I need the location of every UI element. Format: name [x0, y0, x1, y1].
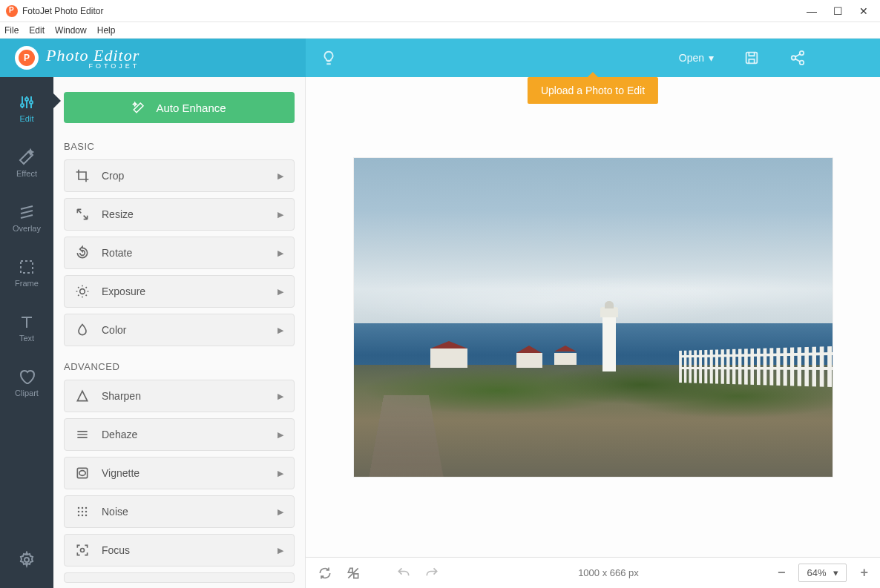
wand-icon [18, 148, 36, 166]
menu-help[interactable]: Help [97, 25, 116, 36]
save-icon[interactable] [743, 50, 760, 66]
tool-dehaze[interactable]: Dehaze ▶ [64, 418, 295, 451]
tool-vignette[interactable]: Vignette ▶ [64, 457, 295, 489]
vignette-icon [75, 466, 90, 480]
focus-icon [75, 543, 90, 558]
tool-label: Vignette [102, 467, 139, 479]
chevron-right-icon: ▶ [278, 287, 283, 297]
nav-text[interactable]: Text [0, 308, 53, 347]
tool-crop[interactable]: Crop ▶ [64, 159, 295, 192]
status-bar: 1000 x 666 px − 64% ▾ + [306, 557, 880, 588]
nav-label: Frame [15, 279, 39, 288]
nav-label: Text [19, 334, 34, 343]
nav-label: Effect [16, 169, 37, 178]
chevron-right-icon: ▶ [278, 430, 283, 440]
sliders-icon [18, 93, 36, 111]
svg-point-3 [800, 61, 804, 65]
tool-label: Dehaze [102, 429, 137, 440]
svg-point-15 [78, 511, 80, 513]
tool-label: Sharpen [102, 390, 141, 402]
window-title: FotoJet Photo Editor [22, 6, 103, 16]
refresh-icon[interactable] [318, 566, 332, 581]
lines-icon [75, 427, 90, 442]
tool-exposure[interactable]: Exposure ▶ [64, 275, 295, 308]
nav-clipart[interactable]: Clipart [0, 363, 53, 402]
chevron-right-icon: ▶ [278, 326, 283, 335]
side-nav: Edit Effect Overlay Frame Text Clipart [0, 77, 53, 588]
dimensions-label: 1000 x 666 px [578, 567, 639, 578]
upload-tooltip: Upload a Photo to Edit [528, 77, 658, 104]
compare-icon[interactable] [346, 566, 361, 581]
drop-icon [75, 323, 90, 337]
svg-rect-0 [746, 53, 758, 64]
maximize-button[interactable]: ☐ [833, 5, 843, 17]
auto-enhance-label: Auto Enhance [156, 102, 226, 114]
nav-label: Edit [20, 114, 34, 123]
tool-sharpen[interactable]: Sharpen ▶ [64, 380, 295, 412]
svg-point-17 [85, 511, 88, 513]
tool-label: Color [102, 324, 126, 336]
crop-icon [75, 168, 90, 183]
undo-icon[interactable] [396, 566, 411, 581]
window-titlebar: FotoJet Photo Editor — ☐ ✕ [0, 0, 880, 22]
chevron-right-icon: ▶ [278, 248, 283, 258]
svg-point-6 [30, 101, 33, 104]
close-button[interactable]: ✕ [859, 5, 868, 17]
app-bar: P Photo Editor FOTOJET Open ▾ Upload a P… [0, 39, 880, 77]
redo-icon[interactable] [424, 566, 439, 581]
svg-point-18 [78, 515, 80, 517]
canvas-area: 1000 x 666 px − 64% ▾ + [306, 77, 880, 588]
nav-frame[interactable]: Frame [0, 254, 53, 292]
tool-color[interactable]: Color ▶ [64, 314, 295, 346]
svg-point-2 [792, 56, 796, 60]
menu-window[interactable]: Window [55, 25, 87, 36]
minimize-button[interactable]: — [807, 5, 817, 17]
nav-effect[interactable]: Effect [0, 144, 53, 182]
tool-label: Resize [102, 208, 134, 220]
sparkle-icon [132, 101, 145, 114]
svg-point-21 [81, 549, 85, 552]
basic-section-label: BASIC [64, 141, 295, 152]
svg-point-4 [21, 104, 24, 107]
share-icon[interactable] [789, 50, 806, 66]
chevron-right-icon: ▶ [278, 171, 283, 181]
nav-label: Clipart [15, 389, 39, 397]
svg-point-5 [25, 98, 28, 101]
texture-icon [18, 203, 36, 221]
tool-label: Focus [102, 544, 130, 556]
menu-edit[interactable]: Edit [29, 25, 45, 36]
brand-logo-icon: P [15, 46, 39, 70]
nav-overlay[interactable]: Overlay [0, 199, 53, 237]
svg-point-19 [82, 515, 84, 517]
svg-rect-7 [21, 261, 33, 273]
app-logo-icon [6, 5, 18, 17]
svg-point-14 [85, 507, 88, 509]
tool-rotate[interactable]: Rotate ▶ [64, 237, 295, 269]
menu-bar: File Edit Window Help [0, 22, 880, 39]
tool-resize[interactable]: Resize ▶ [64, 198, 295, 231]
resize-icon [75, 207, 90, 222]
nav-settings[interactable] [0, 546, 53, 573]
rotate-icon [75, 245, 90, 260]
auto-enhance-button[interactable]: Auto Enhance [64, 92, 295, 123]
svg-point-12 [78, 507, 80, 509]
heart-icon [18, 368, 36, 386]
menu-file[interactable]: File [4, 25, 19, 36]
photo-preview[interactable] [354, 158, 833, 477]
grid-dots-icon [75, 504, 90, 519]
advanced-section-label: ADVANCED [64, 361, 295, 372]
zoom-in-button[interactable]: + [860, 565, 868, 581]
chevron-right-icon: ▶ [278, 210, 283, 219]
chevron-right-icon: ▶ [278, 469, 283, 478]
tool-label: Exposure [102, 285, 145, 297]
tool-noise[interactable]: Noise ▶ [64, 495, 295, 528]
zoom-select[interactable]: 64% ▾ [798, 564, 847, 582]
nav-edit[interactable]: Edit [0, 89, 53, 128]
tool-focus[interactable]: Focus ▶ [64, 534, 295, 566]
zoom-out-button[interactable]: − [778, 565, 786, 581]
hint-icon[interactable] [321, 50, 337, 66]
brand-area: P Photo Editor FOTOJET [0, 39, 306, 77]
tool-more[interactable] [64, 572, 295, 583]
text-icon [18, 313, 36, 331]
open-button[interactable]: Open ▾ [679, 52, 714, 64]
